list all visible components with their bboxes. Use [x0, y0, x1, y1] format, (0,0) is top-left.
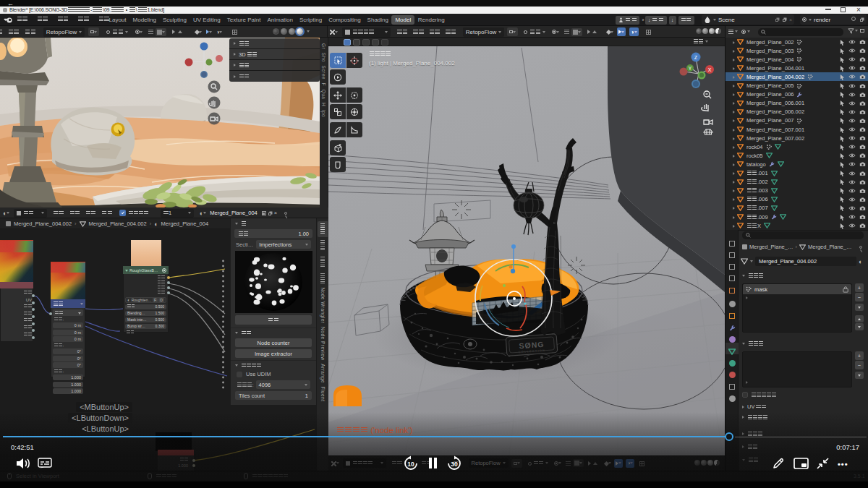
svg-text:Z: Z	[694, 55, 698, 60]
svg-text:10: 10	[407, 461, 414, 468]
svg-text:X: X	[708, 67, 712, 72]
svg-text:30: 30	[451, 461, 458, 468]
svg-text:Y: Y	[689, 66, 692, 71]
svg-text:SØNG: SØNG	[519, 340, 545, 350]
